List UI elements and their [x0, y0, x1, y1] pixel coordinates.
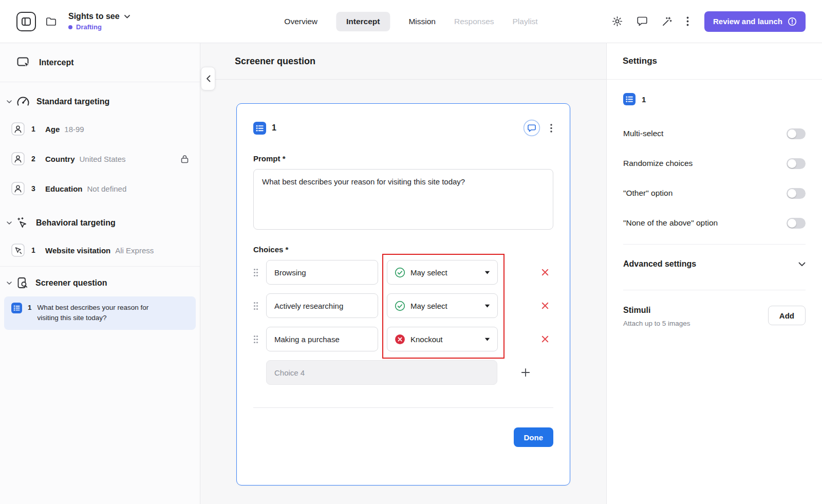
screener-question-section: Screener question 1 What best describes …: [0, 267, 200, 330]
question-options-button[interactable]: [549, 123, 553, 134]
tab-playlist[interactable]: Playlist: [513, 12, 538, 31]
plus-icon: [520, 367, 531, 378]
settings-gear-button[interactable]: [610, 14, 625, 29]
settings-panel: Settings 1 Multi-select Randomize choice…: [606, 43, 822, 504]
toggle-row-randomize-choices: Randomize choices: [623, 148, 806, 178]
new-choice-input[interactable]: [266, 360, 497, 385]
main-nav-tabs: Overview Intercept Mission Responses Pla…: [284, 12, 537, 31]
toggle-knob: [788, 219, 796, 228]
status-label: Drafting: [76, 23, 102, 31]
item-number: 1: [31, 125, 45, 133]
collapse-sidebar-button[interactable]: [201, 67, 215, 90]
knockout-icon: [395, 334, 405, 345]
list-question-icon: [253, 122, 266, 135]
list-question-icon: [11, 303, 22, 313]
magic-wand-icon: [662, 16, 672, 27]
item-label: Country: [45, 155, 75, 163]
drag-handle-icon[interactable]: [253, 335, 260, 344]
toggle-label: Multi-select: [623, 129, 663, 138]
choice-type-label: May select: [410, 268, 447, 277]
standard-targeting-header[interactable]: Standard targeting: [0, 92, 200, 111]
prompt-input[interactable]: What best describes your reason for visi…: [253, 169, 553, 230]
kebab-menu-icon: [686, 16, 689, 26]
chevron-down-icon: [7, 221, 12, 225]
settings-title: Settings: [623, 56, 657, 66]
standard-targeting-section: Standard targeting 1 Age 18-99 2 Country…: [0, 82, 200, 203]
sidebar-item-website-visitation[interactable]: 1 Website visitation Ali Express: [0, 235, 200, 265]
tab-overview[interactable]: Overview: [284, 12, 317, 31]
sidebar-item-screener-question-1[interactable]: 1 What best describes your reason for vi…: [4, 296, 196, 330]
add-stimuli-button[interactable]: Add: [768, 306, 806, 325]
behavioral-targeting-header[interactable]: Behavioral targeting: [0, 214, 200, 232]
choice-row-2: May select: [253, 293, 553, 318]
delete-choice-button-3[interactable]: [539, 333, 551, 345]
chevron-down-icon: [124, 15, 130, 18]
question-text: What best describes your reason for visi…: [38, 303, 167, 324]
choice-text-input-3[interactable]: [266, 327, 378, 351]
choice-text-input-2[interactable]: [266, 293, 378, 318]
choice-type-select-1[interactable]: May select: [387, 260, 498, 285]
tab-mission[interactable]: Mission: [408, 12, 436, 31]
folder-button[interactable]: [44, 15, 59, 28]
done-button[interactable]: Done: [514, 427, 554, 447]
more-options-button[interactable]: [684, 14, 691, 28]
review-button-label: Review and launch: [713, 17, 782, 26]
stimuli-section: Stimuli Attach up to 5 images Add: [623, 290, 806, 327]
add-choice-button[interactable]: [518, 365, 533, 380]
randomize-choices-toggle[interactable]: [787, 158, 806, 169]
audience-icon: [11, 152, 25, 165]
new-choice-row: [253, 360, 553, 385]
ai-assist-button[interactable]: [660, 14, 674, 29]
sidebar-item-age[interactable]: 1 Age 18-99: [0, 114, 200, 144]
delete-choice-button-2[interactable]: [539, 300, 551, 312]
choice-type-select-3[interactable]: Knockout: [387, 327, 498, 351]
toggle-label: "Other" option: [623, 189, 672, 198]
advanced-settings-row[interactable]: Advanced settings: [623, 245, 806, 284]
cursor-sparkle-icon: [16, 217, 29, 229]
stimuli-title: Stimuli: [623, 306, 690, 315]
chevron-left-icon: [206, 75, 211, 82]
intercept-icon: [17, 57, 31, 68]
multi-select-toggle[interactable]: [787, 128, 806, 139]
may-select-icon: [395, 301, 405, 311]
comments-button[interactable]: [635, 14, 649, 28]
advanced-settings-label: Advanced settings: [623, 259, 696, 269]
screener-question-header[interactable]: Screener question: [0, 274, 200, 292]
item-value: United States: [80, 155, 126, 163]
alert-circle-icon: [788, 17, 797, 26]
left-sidebar: Intercept Standard targeting 1 Age 18-99: [0, 43, 200, 504]
sidebar-item-country[interactable]: 2 Country United States: [0, 144, 200, 174]
choice-type-label: May select: [410, 302, 447, 310]
item-number: 2: [31, 155, 45, 163]
choice-row-3: Knockout: [253, 327, 553, 351]
none-of-the-above-toggle[interactable]: [787, 218, 806, 229]
chevron-down-icon: [7, 282, 12, 285]
review-and-launch-button[interactable]: Review and launch: [704, 11, 806, 32]
question-card: 1 Prompt * What best describes your: [236, 103, 570, 486]
choice-type-select-2[interactable]: May select: [387, 293, 498, 318]
toggle-row-other-option: "Other" option: [623, 178, 806, 208]
question-comment-button[interactable]: [523, 119, 540, 137]
drag-handle-icon[interactable]: [253, 302, 260, 310]
tab-responses[interactable]: Responses: [454, 12, 494, 31]
gear-icon: [612, 16, 623, 27]
tab-intercept[interactable]: Intercept: [336, 12, 390, 31]
project-switcher[interactable]: Sights to see: [68, 12, 130, 21]
toggle-label: "None of the above" option: [623, 218, 718, 228]
item-value: Ali Express: [115, 246, 154, 255]
top-bar: Sights to see Drafting Overview Intercep…: [0, 0, 822, 43]
choice-text-input-1[interactable]: [266, 260, 378, 285]
sidebar-intercept-header[interactable]: Intercept: [0, 43, 200, 82]
delete-choice-button-1[interactable]: [539, 266, 551, 278]
choices-list: May select: [253, 260, 553, 351]
other-option-toggle[interactable]: [787, 188, 806, 199]
sidebar-title: Intercept: [39, 58, 74, 67]
drag-handle-icon[interactable]: [253, 268, 260, 277]
sidebar-item-education[interactable]: 3 Education Not defined: [0, 174, 200, 203]
delete-x-icon: [541, 335, 549, 343]
section-title: Standard targeting: [36, 97, 109, 106]
sidebar-toggle-button[interactable]: [16, 12, 36, 31]
sidebar-panel-icon: [22, 17, 31, 26]
chevron-down-icon: [7, 100, 12, 104]
gauge-icon: [16, 96, 30, 108]
